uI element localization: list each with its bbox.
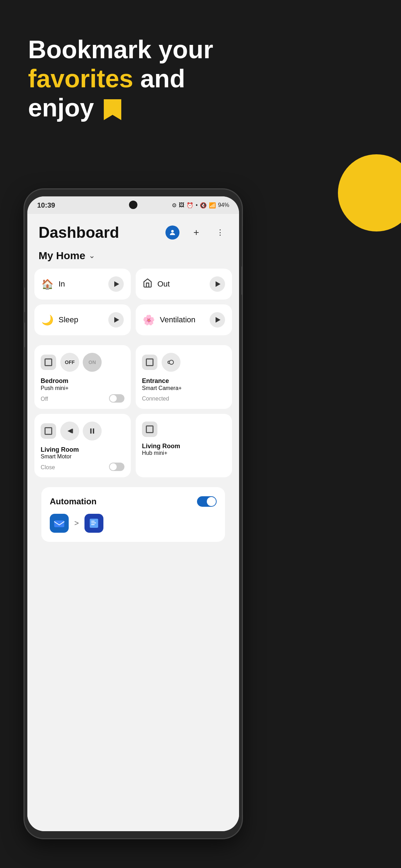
- bedroom-device-sub: Push mini+: [41, 385, 124, 391]
- sleep-play-icon: [114, 317, 119, 323]
- dot-icon: •: [196, 202, 198, 208]
- home-selector-text: My Home: [39, 250, 85, 262]
- volume-up-button: [25, 288, 25, 312]
- more-icon: ⋮: [216, 228, 224, 237]
- status-time: 10:39: [37, 201, 55, 209]
- scene-card-ventilation[interactable]: 🌸 Ventilation: [136, 304, 232, 335]
- hero-and: and: [133, 65, 185, 93]
- out-play-button[interactable]: [210, 276, 225, 292]
- bedroom-toggle-knob: [110, 395, 117, 402]
- clock-icon: ⏰: [186, 202, 193, 209]
- automation-arrow-icon: >: [74, 519, 79, 528]
- hero-line1: Bookmark your: [28, 35, 213, 63]
- motor-icon-sq: [45, 427, 52, 435]
- camera-notch: [129, 201, 137, 209]
- hero-title: Bookmark your favorites and enjoy: [28, 35, 373, 122]
- device-card-hub: Living Room Hub mini+: [136, 414, 232, 478]
- out-play-icon: [216, 281, 220, 287]
- motor-play-button[interactable]: [83, 422, 102, 440]
- automation-title: Automation: [50, 497, 96, 506]
- bedroom-device-name: Bedroom: [41, 377, 124, 385]
- automation-row: >: [50, 514, 217, 533]
- sleep-scene-label: Sleep: [59, 315, 78, 324]
- motor-toggle-knob: [110, 463, 117, 470]
- motor-toggle[interactable]: [109, 463, 124, 471]
- mute-icon: 🔇: [200, 202, 207, 209]
- hub-device-sub: Hub mini+: [142, 450, 226, 456]
- ventilation-play-button[interactable]: [210, 312, 225, 328]
- svg-rect-10: [91, 523, 96, 523]
- ventilation-scene-label: Ventilation: [160, 315, 196, 324]
- motor-device-bottom: Close: [41, 463, 124, 471]
- entrance-device-status: Connected: [142, 396, 226, 402]
- scene-card-out-left: Out: [143, 278, 170, 290]
- scene-card-sleep[interactable]: 🌙 Sleep: [34, 304, 131, 335]
- sleep-play-button[interactable]: [108, 312, 124, 328]
- device-card-motor: Living Room Smart Motor Close: [34, 414, 131, 478]
- entrance-device-icon: [142, 355, 157, 370]
- chevron-down-icon: ⌄: [89, 251, 95, 260]
- svg-point-0: [171, 230, 174, 233]
- scene-card-in[interactable]: 🏠 In: [34, 269, 131, 300]
- bedroom-card-header: OFF ON: [41, 353, 124, 372]
- add-button[interactable]: +: [189, 225, 204, 240]
- bedroom-off-button[interactable]: OFF: [60, 353, 79, 372]
- hub-device-icon: [142, 422, 157, 437]
- device-row-2: Living Room Smart Motor Close: [34, 414, 232, 478]
- more-button[interactable]: ⋮: [212, 225, 228, 240]
- entrance-device-sub: Smart Camera+: [142, 385, 226, 391]
- in-scene-label: In: [59, 280, 65, 289]
- hub-device-name: Living Room: [142, 443, 226, 450]
- entrance-camera-button[interactable]: [162, 353, 181, 372]
- entrance-device-name: Entrance: [142, 377, 226, 385]
- profile-icon: [165, 226, 179, 240]
- svg-marker-6: [93, 428, 94, 433]
- scene-card-in-left: 🏠 In: [41, 278, 65, 290]
- bookmark-icon: [104, 99, 121, 120]
- dashboard-header: Dashboard +: [27, 214, 239, 247]
- phone-device: 10:39 ⚙ 🖼 ⏰ • 🔇 📶 94% Dashboard: [25, 189, 242, 838]
- plus-icon: +: [193, 227, 199, 238]
- automation-right-icon: [84, 514, 103, 533]
- automation-section: Automation: [41, 487, 225, 542]
- hub-icon-sq: [146, 425, 154, 433]
- entrance-controls: [162, 353, 181, 372]
- bedroom-toggle[interactable]: [109, 394, 124, 403]
- yellow-circle-decoration: [338, 154, 401, 231]
- entrance-device-bottom: Connected: [142, 394, 226, 402]
- status-icons: ⚙ 🖼 ⏰ • 🔇 📶 94%: [172, 202, 229, 209]
- in-scene-icon: 🏠: [41, 278, 54, 290]
- bedroom-on-button[interactable]: ON: [83, 353, 102, 372]
- motor-skip-button[interactable]: [60, 422, 79, 440]
- motor-device-status: Close: [41, 464, 109, 471]
- home-selector[interactable]: My Home ⌄: [27, 247, 239, 269]
- svg-rect-11: [91, 524, 95, 525]
- volume-down-button: [25, 323, 25, 347]
- hub-card-header: [142, 422, 226, 437]
- entrance-card-header: [142, 353, 226, 372]
- bedroom-icon-sq: [45, 358, 52, 366]
- device-card-bedroom: OFF ON Bedroom Push mini+ Off: [34, 345, 131, 409]
- app-content: Dashboard +: [27, 214, 239, 831]
- bedroom-controls: OFF ON: [60, 353, 102, 372]
- motor-device-name: Living Room: [41, 446, 124, 454]
- svg-marker-5: [90, 428, 92, 433]
- sleep-scene-icon: 🌙: [41, 314, 54, 326]
- status-bar: 10:39 ⚙ 🖼 ⏰ • 🔇 📶 94%: [27, 196, 239, 214]
- scene-card-ventilation-left: 🌸 Ventilation: [143, 314, 196, 326]
- automation-toggle[interactable]: [197, 496, 217, 507]
- gallery-icon: 🖼: [179, 202, 184, 208]
- out-scene-icon: [143, 278, 152, 290]
- scene-card-out[interactable]: Out: [136, 269, 232, 300]
- in-play-icon: [114, 281, 119, 287]
- scenes-row-1: 🏠 In: [34, 269, 232, 300]
- ventilation-play-icon: [216, 317, 220, 323]
- svg-rect-7: [54, 520, 64, 527]
- bedroom-device-icon: [41, 355, 56, 370]
- automation-header: Automation: [50, 496, 217, 507]
- in-play-button[interactable]: [108, 276, 124, 292]
- cards-section: 🏠 In: [27, 269, 239, 542]
- profile-button[interactable]: [165, 225, 180, 240]
- wifi-icon: 📶: [209, 202, 216, 209]
- out-scene-label: Out: [157, 280, 170, 289]
